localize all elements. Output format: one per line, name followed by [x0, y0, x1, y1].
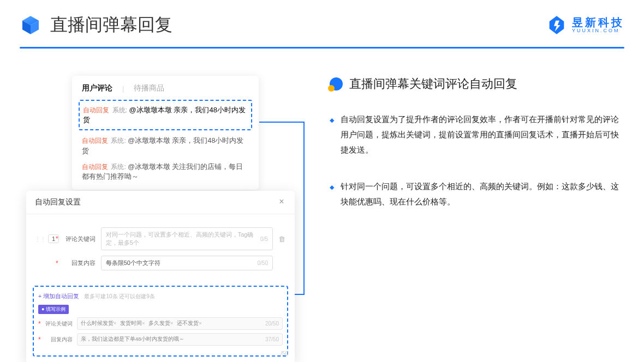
add-limit-hint: 最多可建10条 还可以创建9条: [84, 293, 154, 299]
keyword-chip[interactable]: 还不发货×: [177, 320, 202, 326]
required-dot: *: [38, 320, 41, 328]
ex-keyword-label: 评论关键词: [45, 320, 73, 328]
required-dot: *: [56, 260, 58, 267]
bullet-text: 自动回复设置为了提升作者的评论回复效率，作者可在开播前针对常见的评论用户问题，提…: [341, 112, 624, 157]
keyword-chip[interactable]: 发货时间×: [120, 320, 145, 326]
system-label: 系统:: [111, 163, 126, 171]
page-title: 直播间弹幕回复: [50, 13, 546, 37]
add-auto-reply-link[interactable]: + 增加自动回复: [38, 293, 79, 299]
logo-text-en: YUUXIN.COM: [572, 28, 624, 33]
keyword-input[interactable]: 对同一个问题，可设置多个相近、高频的关键词，Tag确定，最多5个0/5: [101, 227, 273, 250]
keyword-chip[interactable]: 什么时候发货×: [81, 320, 117, 326]
comment-item: 自动回复 系统: @冰墩墩本墩 亲亲，我们48小时内发货: [82, 136, 249, 156]
screenshot-column: 用户评论 | 待播商品 自动回复 系统: @冰墩墩本墩 亲亲，我们48小时内发货…: [26, 76, 299, 362]
connector-line: [259, 122, 304, 123]
required-dot: *: [56, 235, 58, 243]
brand-logo: 昱新科技 YUUXIN.COM: [546, 14, 624, 36]
logo-icon: [546, 14, 568, 36]
auto-reply-badge: 自动回复: [83, 106, 109, 114]
highlighted-comment: 自动回复 系统: @冰墩墩本墩 亲亲，我们48小时内发货: [79, 100, 252, 130]
close-icon[interactable]: ×: [277, 198, 286, 207]
auto-reply-settings-modal: 自动回复设置 × ⋮⋮1 * 评论关键词 对同一个问题，可设置多个相近、高频的关…: [26, 191, 295, 362]
char-counter: 0/5: [260, 236, 268, 242]
delete-icon[interactable]: 🗑: [278, 235, 286, 243]
system-label: 系统:: [112, 106, 127, 114]
drag-handle[interactable]: ⋮⋮1: [35, 234, 50, 243]
extra-counter: /50: [281, 351, 288, 357]
comment-item: 自动回复 系统: @冰墩墩本墩 关注我们的店铺，每日都有热门推荐呦～: [82, 162, 249, 183]
tab-separator: |: [122, 85, 124, 93]
tab-user-comments[interactable]: 用户评论: [82, 83, 112, 93]
char-counter: 37/50: [265, 336, 279, 342]
char-counter: 20/50: [265, 321, 279, 327]
connector-line: [303, 122, 305, 294]
content-label: 回复内容: [64, 259, 96, 267]
example-badge: ● 填写示例: [38, 305, 69, 314]
diamond-icon: ◆: [330, 182, 335, 209]
page-header: 直播间弹幕回复 昱新科技 YUUXIN.COM: [0, 0, 644, 37]
example-section: + 增加自动回复 最多可建10条 还可以创建9条 ● 填写示例 * 评论关键词 …: [33, 286, 288, 357]
keyword-label: 评论关键词: [64, 235, 96, 243]
logo-text-cn: 昱新科技: [572, 17, 624, 28]
cube-icon: [20, 14, 41, 36]
modal-title: 自动回复设置: [35, 197, 81, 207]
ex-content-input[interactable]: 亲，我们这边都是下单48小时内发货的哦～ 37/50: [77, 333, 283, 346]
char-counter: 0/50: [258, 260, 268, 266]
comments-panel: 用户评论 | 待播商品 自动回复 系统: @冰墩墩本墩 亲亲，我们48小时内发货…: [72, 76, 259, 190]
description-bullet: ◆ 自动回复设置为了提升作者的评论回复效率，作者可在开播前针对常见的评论用户问题…: [330, 112, 624, 157]
content-input[interactable]: 每条限50个中文字符0/50: [101, 256, 273, 270]
system-label: 系统:: [111, 137, 126, 144]
ex-content-label: 回复内容: [45, 336, 73, 343]
auto-reply-badge: 自动回复: [82, 163, 108, 171]
section-bullet-icon: [330, 77, 343, 90]
diamond-icon: ◆: [330, 114, 335, 157]
description-bullet: ◆ 针对同一个问题，可设置多个相近的、高频的关键词。例如：这款多少钱、这块能优惠…: [330, 179, 624, 209]
tab-pending-goods[interactable]: 待播商品: [134, 83, 164, 93]
ex-keyword-input[interactable]: 什么时候发货× 发货时间× 多久发货× 还不发货× 20/50: [77, 317, 283, 330]
description-column: 直播间弹幕关键词评论自动回复 ◆ 自动回复设置为了提升作者的评论回复效率，作者可…: [330, 76, 624, 362]
section-title: 直播间弹幕关键词评论自动回复: [349, 76, 517, 92]
keyword-chip[interactable]: 多久发货×: [148, 320, 174, 326]
auto-reply-badge: 自动回复: [82, 137, 108, 144]
required-dot: *: [38, 336, 41, 343]
bullet-text: 针对同一个问题，可设置多个相近的、高频的关键词。例如：这款多少钱、这块能优惠吗、…: [341, 179, 624, 209]
